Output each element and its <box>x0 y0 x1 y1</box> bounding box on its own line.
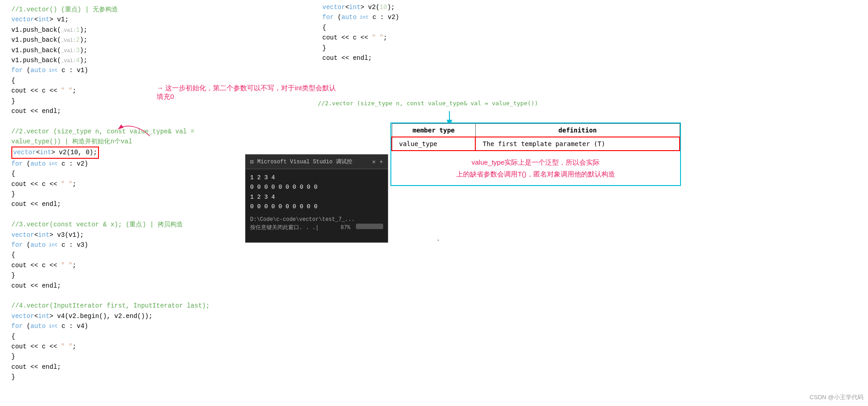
red-arrow-svg <box>113 118 168 141</box>
highlight-box: vector<int> v2(10, 0); <box>11 147 99 158</box>
terminal-close-button[interactable]: ✕ <box>372 158 375 166</box>
terminal-icon: ⊡ <box>250 158 254 166</box>
table-header-row: member type definition <box>392 124 680 137</box>
cell-definition: The first template parameter (T) <box>475 137 680 151</box>
code-line-32: { <box>11 332 236 342</box>
code-line-22: vector<int> v3(v1); <box>11 230 236 240</box>
code-line-3: v1.push_back(_Val:1); <box>11 25 236 35</box>
annotation-box: member type definition value_type The fi… <box>390 122 681 186</box>
code-line-11: cout << endl; <box>11 106 236 116</box>
code-line-blank2 <box>11 210 236 220</box>
code-line-25: cout << c << " "; <box>11 260 236 270</box>
right-code-line-6: cout << endl; <box>322 53 504 63</box>
code-line-27: cout << endl; <box>11 281 236 291</box>
terminal-plus-button[interactable]: + <box>380 158 383 166</box>
code-line-34: } <box>11 352 236 362</box>
terminal-line-3: 1 2 3 4 <box>250 192 383 202</box>
code-line-19: cout << endl; <box>11 199 236 209</box>
code-line-blank3 <box>11 291 236 301</box>
code-line-35: cout << endl; <box>11 362 236 372</box>
terminal-body: 1 2 3 4 0 0 0 0 0 0 0 0 0 0 1 2 3 4 0 0 … <box>246 169 388 215</box>
cell-value-type: value_type <box>392 137 475 151</box>
right-comment: //2.vector (size_type n, const value_typ… <box>318 100 538 107</box>
code-line-30: vector<int> v4(v2.begin(), v2.end()); <box>11 311 236 321</box>
terminal-path: D:\Code\c-code\vector\test_7_... <box>246 215 388 224</box>
code-line-2: vector<int> v1; <box>11 15 236 24</box>
code-line-14: vector<int> v2(10, 0); <box>11 147 99 158</box>
terminal-footer-text: 按任意键关闭此窗口. . .| <box>250 224 319 231</box>
code-line-21: //3.vector(const vector & x); (重点) | 拷贝构… <box>11 220 236 230</box>
code-line-23: for (auto int c : v3) <box>11 240 236 250</box>
code-line-17: cout << c << " "; <box>11 179 236 189</box>
definition-table: member type definition value_type The fi… <box>391 123 680 151</box>
right-code-line-3: { <box>322 23 504 33</box>
terminal-title: Microsoft Visual Studio 调试控 <box>257 158 368 166</box>
code-line-18: } <box>11 189 236 199</box>
right-code-line-5: } <box>322 43 504 53</box>
code-line-1: //1.vector() (重点) | 无参构造 <box>11 5 236 15</box>
right-code-line-1: vector<int> v2(10); <box>322 2 504 12</box>
code-line-24: { <box>11 250 236 260</box>
right-code-line-2: for (auto int c : v2) <box>322 12 504 22</box>
code-line-7: for (auto int c : v1) <box>11 65 236 75</box>
col-member-type: member type <box>392 124 475 137</box>
code-line-33: cout << c << " "; <box>11 342 236 352</box>
terminal-line-4: 0 0 0 0 0 0 0 0 0 0 <box>250 202 383 211</box>
code-line-36: } <box>11 372 236 382</box>
annotation-arrow-text: → 这一步初始化，第二个参数可以不写，对于int类型会默认填充0 <box>157 84 338 101</box>
decorative-dot: · <box>436 236 441 245</box>
code-line-5: v1.push_back(_Val:3); <box>11 45 236 55</box>
code-line-15: for (auto int c : v2) <box>11 159 236 169</box>
code-line-31: for (auto int c : v4) <box>11 321 236 331</box>
watermark: CSDN @小王学代码 <box>809 393 863 401</box>
annotation-bottom-text: value_type实际上是一个泛型，所以会实际上的缺省参数会调用T()，匿名对… <box>391 151 680 185</box>
code-line-26: } <box>11 270 236 280</box>
left-code-panel: //1.vector() (重点) | 无参构造 vector<int> v1;… <box>0 0 241 406</box>
terminal-progress-text: 87% <box>340 224 383 231</box>
col-definition: definition <box>475 124 680 137</box>
terminal-window[interactable]: ⊡ Microsoft Visual Studio 调试控 ✕ + 1 2 3 … <box>245 154 388 243</box>
table-row: value_type The first template parameter … <box>392 137 680 151</box>
code-line-4: v1.push_back(_Val:2); <box>11 35 236 45</box>
right-code-line-4: cout << c << " "; <box>322 33 504 43</box>
right-code-panel: vector<int> v2(10); for (auto int c : v2… <box>318 0 508 65</box>
terminal-footer: 按任意键关闭此窗口. . .| 87% <box>246 224 388 234</box>
code-line-29: //4.vector(InputIterator first, InputIte… <box>11 301 236 311</box>
progress-bar <box>356 224 383 229</box>
terminal-header: ⊡ Microsoft Visual Studio 调试控 ✕ + <box>246 155 388 169</box>
code-line-6: v1.push_back(_Val:4); <box>11 55 236 65</box>
terminal-line-1: 1 2 3 4 <box>250 173 383 182</box>
code-line-16: { <box>11 169 236 179</box>
terminal-line-2: 0 0 0 0 0 0 0 0 0 0 <box>250 182 383 192</box>
